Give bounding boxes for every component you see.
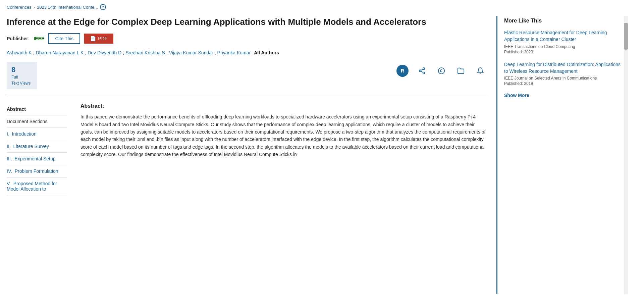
breadcrumb-conferences[interactable]: Conferences	[7, 5, 32, 10]
full-text-views-label: FullText Views	[11, 75, 31, 86]
publisher-label: Publisher:	[7, 36, 30, 41]
section-title-2: Literature Survey	[13, 144, 49, 149]
abstract-label: Abstract:	[80, 103, 486, 109]
svg-point-1	[419, 70, 421, 72]
full-text-views-count: 8	[11, 65, 32, 74]
sidebar-article-2-published: Published: 2019	[504, 81, 624, 86]
pdf-label: PDF	[98, 36, 107, 41]
action-icons-group: R	[396, 62, 486, 77]
svg-point-2	[423, 72, 425, 74]
help-icon[interactable]: ?	[100, 4, 106, 10]
section-roman-2: II.	[7, 144, 11, 149]
section-title-3: Experimental Setup	[14, 156, 55, 161]
nav-section-experimental-setup[interactable]: III. Experimental Setup	[7, 153, 67, 165]
author-6[interactable]: Priyanka Kumar	[217, 50, 251, 55]
author-sep-2: ;	[85, 50, 86, 55]
author-4[interactable]: Sreehari Krishna S	[125, 50, 165, 55]
section-title-1: Introduction	[12, 131, 37, 137]
scrollbar[interactable]	[624, 16, 628, 294]
breadcrumb: Conferences › 2023 14th International Co…	[0, 0, 644, 13]
svg-line-4	[421, 69, 423, 70]
author-3[interactable]: Dev Divyendh D	[88, 50, 121, 55]
author-sep-4: ;	[166, 50, 168, 55]
cite-this-button[interactable]: Cite This	[48, 33, 80, 44]
nav-abstract[interactable]: Abstract	[7, 103, 67, 115]
author-2[interactable]: Dharun Narayanan L K	[36, 50, 84, 55]
nav-section-proposed-method[interactable]: V. Proposed Method for Model Allocation …	[7, 178, 67, 195]
share-icon[interactable]	[416, 65, 428, 77]
scroll-thumb[interactable]	[624, 23, 628, 50]
author-sep-1: ;	[33, 50, 35, 55]
svg-point-5	[438, 68, 444, 74]
author-1[interactable]: Ashwanth K	[7, 50, 32, 55]
right-sidebar: More Like This Elastic Resource Manageme…	[496, 16, 624, 294]
section-roman-1: I.	[7, 131, 9, 137]
paper-title: Inference at the Edge for Complex Deep L…	[7, 16, 486, 28]
abstract-text: In this paper, we demonstrate the perfor…	[80, 113, 486, 158]
document-nav: Abstract Document Sections I. Introducti…	[7, 103, 74, 195]
authors-row: Ashwanth K ; Dharun Narayanan L K ; Dev …	[7, 50, 486, 55]
metrics-row: 8 FullText Views R	[7, 62, 486, 89]
section-title-4: Problem Formulation	[15, 168, 58, 174]
full-text-views-box: 8 FullText Views	[7, 62, 37, 89]
sidebar-article-2: Deep Learning for Distributed Optimizati…	[504, 61, 624, 86]
section-roman-5: V.	[7, 181, 11, 186]
sidebar-article-1-source: IEEE Transactions on Cloud Computing	[504, 44, 624, 49]
sidebar-title: More Like This	[504, 18, 624, 24]
svg-point-0	[423, 68, 425, 70]
author-sep-3: ;	[123, 50, 124, 55]
sidebar-article-1: Elastic Resource Management for Deep Lea…	[504, 29, 624, 54]
section-divider	[7, 96, 486, 96]
section-roman-3: III.	[7, 156, 12, 161]
r-icon[interactable]: R	[396, 65, 409, 77]
copyright-icon[interactable]	[435, 65, 447, 77]
pdf-icon: 📄	[90, 36, 96, 41]
svg-line-3	[421, 71, 423, 72]
breadcrumb-separator-1: ›	[34, 5, 35, 10]
nav-section-literature-survey[interactable]: II. Literature Survey	[7, 140, 67, 153]
sidebar-article-1-published: Published: 2023	[504, 50, 624, 54]
author-5[interactable]: Vijaya Kumar Sundar	[169, 50, 213, 55]
nav-section-introduction[interactable]: I. Introduction	[7, 128, 67, 140]
nav-section-problem-formulation[interactable]: IV. Problem Formulation	[7, 165, 67, 178]
sidebar-article-2-title[interactable]: Deep Learning for Distributed Optimizati…	[504, 61, 624, 75]
pdf-button[interactable]: 📄 PDF	[84, 34, 113, 44]
sidebar-article-2-source: IEEE Journal on Selected Areas in Commun…	[504, 76, 624, 81]
section-roman-4: IV.	[7, 168, 12, 174]
publisher-name: IEEE	[34, 36, 44, 41]
breadcrumb-conference-name[interactable]: 2023 14th International Confe...	[37, 5, 98, 10]
nav-document-sections-label: Document Sections	[7, 115, 67, 128]
section-title-5: Proposed Method for Model Allocation to	[7, 181, 57, 192]
sidebar-article-1-title[interactable]: Elastic Resource Management for Deep Lea…	[504, 29, 624, 43]
all-authors-link[interactable]: All Authors	[254, 50, 279, 55]
author-sep-5: ;	[215, 50, 216, 55]
folder-icon[interactable]	[455, 65, 467, 77]
show-more-button[interactable]: Show More	[504, 93, 529, 98]
abstract-section: Abstract: In this paper, we demonstrate …	[74, 103, 486, 195]
bell-icon[interactable]	[474, 65, 486, 77]
